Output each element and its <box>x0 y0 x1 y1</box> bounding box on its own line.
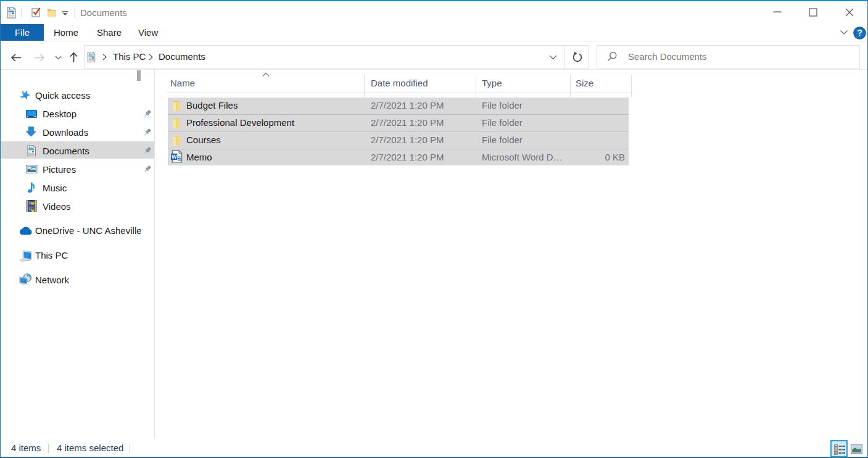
svg-text:W: W <box>172 154 177 160</box>
svg-text:?: ? <box>857 28 862 38</box>
